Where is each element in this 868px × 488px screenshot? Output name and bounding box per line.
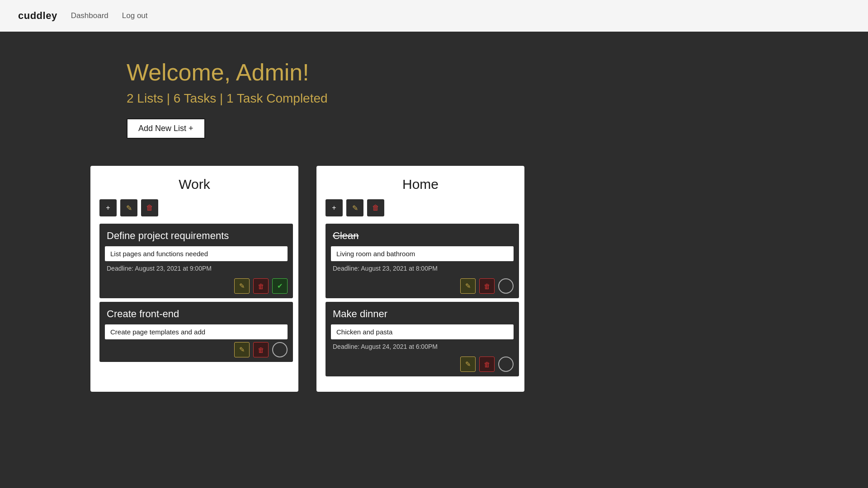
lists-container: Work+✎🗑∧Define project requirementsList … bbox=[0, 157, 868, 410]
task-list-scroll-home: CleanLiving room and bathroomDeadline: A… bbox=[326, 224, 521, 377]
welcome-title: Welcome, Admin! bbox=[127, 59, 868, 86]
delete-list-button-home[interactable]: 🗑 bbox=[367, 199, 384, 216]
task-item-task1: Define project requirementsList pages an… bbox=[99, 224, 293, 298]
scroll-up-home[interactable]: ∧ bbox=[520, 224, 521, 233]
hero-section: Welcome, Admin! 2 Lists | 6 Tasks | 1 Ta… bbox=[0, 32, 868, 157]
scroll-down-work[interactable]: ∨ bbox=[294, 357, 295, 366]
edit-list-button-work[interactable]: ✎ bbox=[120, 199, 137, 216]
task-deadline-task4: Deadline: August 24, 2021 at 6:00PM bbox=[326, 339, 519, 354]
edit-task-button-task1[interactable]: ✎ bbox=[234, 278, 250, 294]
nav-logout[interactable]: Log out bbox=[122, 11, 148, 20]
task-item-task3: CleanLiving room and bathroomDeadline: A… bbox=[326, 224, 519, 298]
task-desc-task4: Chicken and pasta bbox=[331, 324, 514, 339]
delete-task-button-task1[interactable]: 🗑 bbox=[253, 278, 269, 294]
task-actions-task3: ✎🗑 bbox=[326, 276, 519, 298]
complete-task-circle-task4[interactable] bbox=[498, 357, 514, 372]
task-list-scroll-work: Define project requirementsList pages an… bbox=[99, 224, 295, 366]
task-list-wrapper-home: ∧CleanLiving room and bathroomDeadline: … bbox=[326, 224, 521, 377]
task-actions-task4: ✎🗑 bbox=[326, 354, 519, 376]
list-actions-work: +✎🗑 bbox=[90, 199, 298, 224]
task-title-task2: Create front-end bbox=[99, 302, 293, 324]
list-card-home: Home+✎🗑∧CleanLiving room and bathroomDea… bbox=[316, 166, 524, 392]
delete-task-button-task4[interactable]: 🗑 bbox=[479, 357, 495, 372]
task-list-wrapper-work: ∧Define project requirementsList pages a… bbox=[99, 224, 295, 366]
add-task-button-work[interactable]: + bbox=[99, 199, 117, 216]
list-title-work: Work bbox=[90, 166, 298, 199]
task-title-task3: Clean bbox=[326, 224, 519, 246]
task-desc-task1: List pages and functions needed bbox=[105, 246, 288, 261]
task-desc-task2: Create page templates and add bbox=[105, 324, 288, 339]
task-deadline-task1: Deadline: August 23, 2021 at 9:00PM bbox=[99, 261, 293, 276]
stats-subtitle: 2 Lists | 6 Tasks | 1 Task Completed bbox=[127, 91, 868, 106]
task-title-task4: Make dinner bbox=[326, 302, 519, 324]
nav-dashboard[interactable]: Dashboard bbox=[71, 11, 108, 20]
task-item-task2: Create front-endCreate page templates an… bbox=[99, 302, 293, 362]
task-item-task4: Make dinnerChicken and pastaDeadline: Au… bbox=[326, 302, 519, 376]
complete-task-button-task1[interactable]: ✔ bbox=[272, 278, 288, 294]
navbar: cuddley Dashboard Log out bbox=[0, 0, 868, 32]
delete-list-button-work[interactable]: 🗑 bbox=[141, 199, 158, 216]
edit-task-button-task2[interactable]: ✎ bbox=[234, 342, 250, 357]
task-deadline-task3: Deadline: August 23, 2021 at 8:00PM bbox=[326, 261, 519, 276]
task-title-task1: Define project requirements bbox=[99, 224, 293, 246]
add-new-list-button[interactable]: Add New List + bbox=[127, 118, 205, 139]
list-actions-home: +✎🗑 bbox=[316, 199, 524, 224]
add-task-button-home[interactable]: + bbox=[326, 199, 343, 216]
edit-task-button-task3[interactable]: ✎ bbox=[460, 278, 476, 294]
delete-task-button-task3[interactable]: 🗑 bbox=[479, 278, 495, 294]
complete-task-circle-task2[interactable] bbox=[272, 342, 288, 357]
task-desc-task3: Living room and bathroom bbox=[331, 246, 514, 261]
task-actions-task1: ✎🗑✔ bbox=[99, 276, 293, 298]
scroll-up-work[interactable]: ∧ bbox=[294, 224, 295, 233]
edit-task-button-task4[interactable]: ✎ bbox=[460, 357, 476, 372]
edit-list-button-home[interactable]: ✎ bbox=[346, 199, 363, 216]
delete-task-button-task2[interactable]: 🗑 bbox=[253, 342, 269, 357]
scroll-down-home[interactable]: ∨ bbox=[520, 368, 521, 377]
complete-task-circle-task3[interactable] bbox=[498, 278, 514, 294]
brand-logo: cuddley bbox=[18, 10, 57, 22]
list-title-home: Home bbox=[316, 166, 524, 199]
task-actions-task2: ✎🗑 bbox=[99, 339, 293, 362]
list-card-work: Work+✎🗑∧Define project requirementsList … bbox=[90, 166, 298, 392]
